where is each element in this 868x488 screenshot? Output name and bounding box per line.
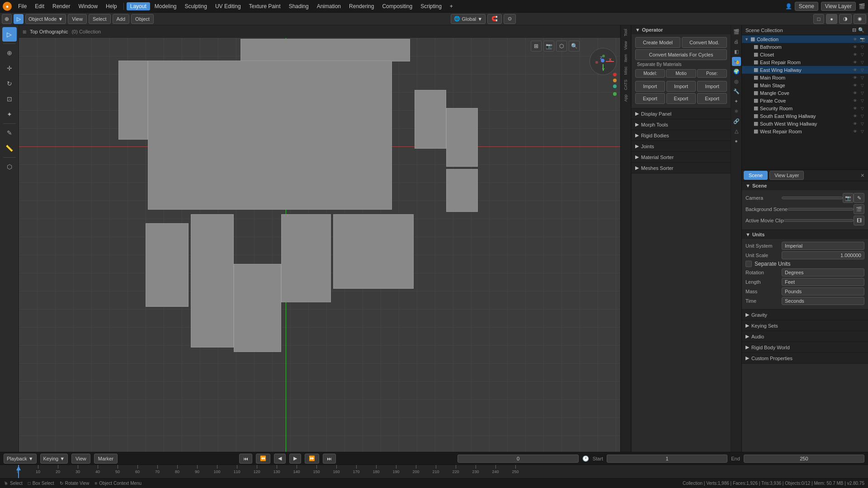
- workspace-tab-animation[interactable]: Animation: [313, 2, 344, 10]
- viewport-camera-btn[interactable]: 📷: [543, 41, 554, 52]
- end-frame[interactable]: 250: [744, 455, 864, 463]
- viewport[interactable]: ⊞ Top Orthographic (0) Collection: [19, 25, 620, 452]
- strip-misc-label[interactable]: Misc: [623, 65, 628, 77]
- background-scene-icon-btn[interactable]: 🎬: [854, 204, 864, 214]
- snap-btn[interactable]: 🧲: [487, 14, 502, 24]
- meshes-sorter-header[interactable]: ▶ Meshes Sorter: [632, 163, 731, 173]
- props-world-icon[interactable]: 🌍: [732, 67, 741, 76]
- workspace-tab-layout[interactable]: Layout: [127, 2, 150, 10]
- custom-properties-header[interactable]: ▶ Custom Properties: [742, 353, 868, 363]
- audio-header[interactable]: ▶ Audio: [742, 331, 868, 342]
- collection-item-main-stage[interactable]: ▦ Main Stage 👁 ▽: [742, 81, 868, 89]
- rigid-body-world-header[interactable]: ▶ Rigid Body World: [742, 342, 868, 352]
- collection-item-bathroom[interactable]: ▦ Bathroom 👁 ▽: [742, 43, 868, 51]
- jump-next-btn[interactable]: ⏩: [305, 454, 319, 464]
- rendered-btn[interactable]: ◉: [854, 14, 866, 24]
- movie-clip-icon-btn[interactable]: 🎞: [854, 216, 864, 225]
- playback-dropdown[interactable]: Playback ▼: [4, 454, 37, 464]
- sidebar-cursor-tool[interactable]: ⊕: [2, 46, 17, 60]
- room-main-upper[interactable]: [118, 61, 148, 140]
- collection-item-mangle-cove[interactable]: ▦ Mangle Cove 👁 ▽: [742, 89, 868, 97]
- unit-scale-value[interactable]: 1.000000: [782, 251, 864, 259]
- mass-value[interactable]: Pounds: [782, 287, 864, 296]
- sidebar-move-tool[interactable]: ✛: [2, 61, 17, 75]
- proportional-edit[interactable]: ⊙: [504, 14, 516, 24]
- strip-tool-label[interactable]: Tool: [623, 27, 628, 38]
- material-sorter-header[interactable]: ▶ Material Sorter: [632, 152, 731, 162]
- outliner-filter-icon[interactable]: ⊟: [852, 27, 856, 33]
- sidebar-transform-tool[interactable]: ✦: [2, 107, 17, 122]
- camera-value[interactable]: [782, 197, 843, 199]
- props-view-layer-icon[interactable]: ◧: [732, 47, 741, 56]
- current-frame[interactable]: 0: [458, 455, 578, 463]
- jump-end-btn[interactable]: ⏭: [323, 454, 336, 464]
- workspace-tab-sculpting[interactable]: Sculpting: [181, 2, 211, 10]
- room-bottom-2[interactable]: [191, 214, 234, 347]
- rigid-bodies-header[interactable]: ▶ Rigid Bodies: [632, 130, 731, 141]
- pose-export-btn[interactable]: Export: [697, 93, 727, 104]
- collection-item-security[interactable]: ▦ Security Room 👁 ▽: [742, 104, 868, 112]
- morph-tools-header[interactable]: ▶ Morph Tools: [632, 119, 731, 130]
- strip-cats-label[interactable]: CATS: [623, 78, 628, 92]
- viewport-canvas[interactable]: [19, 38, 620, 452]
- workspace-tab-texture[interactable]: Texture Paint: [245, 2, 284, 10]
- collection-item-pirate-cove[interactable]: ▦ Pirate Cove 👁 ▽: [742, 97, 868, 104]
- select-btn[interactable]: Select: [89, 14, 111, 24]
- collection-item-root[interactable]: ▼ ▦ Collection 👁 📷: [742, 35, 868, 43]
- toolbar-cursor-icon[interactable]: ▷: [14, 14, 24, 24]
- app-icon[interactable]: ●: [3, 2, 12, 11]
- create-model-btn[interactable]: Create Model: [635, 37, 680, 48]
- room-bottom-3[interactable]: [234, 264, 281, 352]
- render-icon[interactable]: 🎬: [859, 3, 865, 9]
- model-tab[interactable]: Model:: [635, 69, 665, 78]
- time-value[interactable]: Seconds: [782, 297, 864, 305]
- menu-render[interactable]: Render: [49, 2, 74, 10]
- joints-header[interactable]: ▶ Joints: [632, 141, 731, 151]
- room-top-section[interactable]: [241, 39, 410, 61]
- props-render-icon[interactable]: 🎬: [732, 27, 741, 36]
- add-btn[interactable]: Add: [113, 14, 130, 24]
- toolbar-move-icon[interactable]: ⊕: [2, 14, 12, 24]
- model-import-btn[interactable]: Import: [635, 81, 665, 92]
- props-output-icon[interactable]: 🖨: [732, 37, 741, 46]
- props-data-icon[interactable]: △: [732, 127, 741, 136]
- props-physics-icon[interactable]: ⚛: [732, 107, 741, 116]
- sidebar-select-tool[interactable]: ▷: [2, 27, 17, 42]
- sidebar-rotate-tool[interactable]: ↻: [2, 76, 17, 91]
- tab-close-btn[interactable]: ×: [859, 172, 866, 179]
- strip-app-label[interactable]: App: [623, 93, 628, 103]
- props-constraint-icon[interactable]: 🔗: [732, 117, 741, 126]
- collection-item-east-wing[interactable]: ▦ East Wing Hallway 👁 ▽: [742, 66, 868, 74]
- transform-pivot[interactable]: 🌐 Global ▼: [451, 14, 486, 24]
- viewport-render-btn[interactable]: ⬡: [556, 41, 567, 52]
- workspace-tab-modeling[interactable]: Modeling: [151, 2, 180, 10]
- convert-materials-btn[interactable]: Convert Materials For Cycles: [635, 49, 727, 60]
- collection-item-sw-wing[interactable]: ▦ South West Wing Hallway 👁 ▽: [742, 120, 868, 127]
- workspace-tab-scripting[interactable]: Scripting: [417, 2, 445, 10]
- view-layer-name[interactable]: View Layer: [821, 2, 856, 11]
- wireframe-btn[interactable]: □: [813, 14, 825, 24]
- scene-tab[interactable]: Scene: [744, 171, 768, 180]
- strip-item-label[interactable]: Item: [623, 52, 628, 64]
- add-workspace-btn[interactable]: +: [446, 2, 457, 10]
- motion-export-btn[interactable]: Export: [666, 93, 696, 104]
- pose-tab[interactable]: Pose:: [697, 69, 727, 78]
- menu-file[interactable]: File: [14, 2, 30, 10]
- room-right-2[interactable]: [446, 108, 478, 167]
- keying-dropdown[interactable]: Keying ▼: [40, 454, 68, 464]
- rotation-value[interactable]: Degrees: [782, 268, 864, 277]
- viewport-gizmo[interactable]: X Y Z: [590, 48, 617, 75]
- sidebar-annotate-tool[interactable]: ✎: [2, 126, 17, 140]
- collection-item-west-repair[interactable]: ▦ West Repair Room 👁 ▽: [742, 127, 868, 135]
- collection-item-main-room[interactable]: ▦ Main Room 👁 ▽: [742, 74, 868, 81]
- separate-by-materials-btn[interactable]: Separate By Materials: [635, 61, 727, 67]
- camera-select-btn[interactable]: ✎: [854, 193, 864, 203]
- convert-model-btn[interactable]: Convert Mod.: [682, 37, 727, 48]
- collection-item-closet[interactable]: ▦ Closet 👁 ▽: [742, 51, 868, 58]
- scene-section-header[interactable]: ▼ Scene: [742, 181, 868, 190]
- props-particles-icon[interactable]: ✦: [732, 97, 741, 106]
- pose-import-btn[interactable]: Import: [697, 81, 727, 92]
- viewport-search-btn[interactable]: 🔍: [569, 41, 580, 52]
- motion-import-btn[interactable]: Import: [666, 81, 696, 92]
- room-bottom-1[interactable]: [146, 223, 189, 307]
